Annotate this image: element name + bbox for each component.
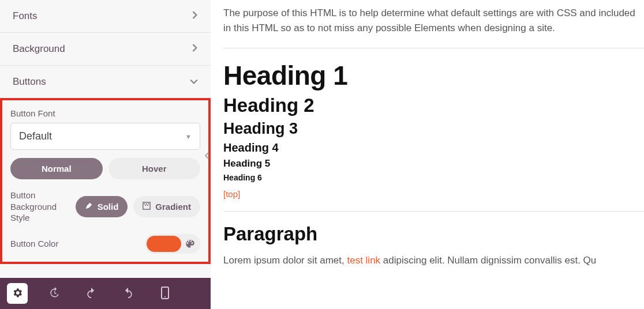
caret-down-icon: ▼ xyxy=(185,133,192,140)
bottom-bar xyxy=(0,278,211,309)
collapse-handle[interactable] xyxy=(203,148,211,164)
undo-icon xyxy=(85,287,97,300)
history-button[interactable] xyxy=(44,283,65,304)
divider xyxy=(223,211,644,212)
top-link[interactable]: [top] xyxy=(223,189,240,199)
preview-pane: The purpose of this HTML is to help dete… xyxy=(211,0,644,309)
bg-style-group: Solid Gradient xyxy=(76,196,200,217)
chevron-right-icon xyxy=(192,44,198,54)
test-link[interactable]: test link xyxy=(347,255,380,266)
svg-rect-1 xyxy=(144,203,145,204)
color-swatch[interactable] xyxy=(147,236,181,252)
accordion-header-fonts[interactable]: Fonts xyxy=(0,0,211,32)
svg-rect-3 xyxy=(148,203,149,204)
bg-style-row: Button Background Style Solid xyxy=(10,190,200,224)
accordion-item-fonts[interactable]: Fonts xyxy=(0,0,211,33)
chevron-right-icon xyxy=(192,11,198,21)
history-icon xyxy=(48,287,60,300)
bg-style-solid[interactable]: Solid xyxy=(76,196,128,217)
bg-style-gradient[interactable]: Gradient xyxy=(133,196,200,217)
pencil-icon xyxy=(85,202,93,212)
tab-hover[interactable]: Hover xyxy=(108,158,201,179)
heading-3: Heading 3 xyxy=(223,120,644,138)
paragraph-body: Lorem ipsum dolor sit amet, test link ad… xyxy=(223,253,644,268)
heading-2: Heading 2 xyxy=(223,95,644,116)
tab-normal[interactable]: Normal xyxy=(10,158,103,179)
button-font-select-input[interactable]: Default ▼ xyxy=(10,123,200,150)
accordion-label: Background xyxy=(13,43,65,55)
accordion-item-buttons: Buttons Button Font Default ▼ Normal Hov… xyxy=(0,66,211,264)
accordion-label: Buttons xyxy=(13,76,46,88)
divider xyxy=(223,48,644,48)
chevron-down-icon xyxy=(190,77,198,87)
palette-icon[interactable] xyxy=(181,236,199,252)
accordion-header-background[interactable]: Background xyxy=(0,33,211,65)
bg-style-solid-label: Solid xyxy=(98,202,119,212)
heading-5: Heading 5 xyxy=(223,158,644,169)
redo-button[interactable] xyxy=(118,283,138,304)
paragraph-suffix: adipiscing elit. Nullam dignissim conval… xyxy=(380,255,596,266)
heading-6: Heading 6 xyxy=(223,173,644,182)
svg-rect-4 xyxy=(145,205,147,206)
sidebar-scroll: Fonts Background Buttons xyxy=(0,0,211,278)
accordion-item-background[interactable]: Background xyxy=(0,33,211,66)
svg-rect-2 xyxy=(146,203,147,204)
gear-icon xyxy=(12,287,23,300)
heading-1: Heading 1 xyxy=(223,60,644,91)
state-tabs: Normal Hover xyxy=(10,158,200,179)
button-color-row: Button Color xyxy=(10,234,200,254)
paragraph-prefix: Lorem ipsum dolor sit amet, xyxy=(223,255,347,266)
accordion-header-buttons[interactable]: Buttons xyxy=(0,66,211,98)
settings-button[interactable] xyxy=(7,283,28,304)
undo-button[interactable] xyxy=(81,283,102,304)
button-font-label: Button Font xyxy=(10,108,200,118)
bg-style-label: Button Background Style xyxy=(10,190,68,224)
gradient-icon xyxy=(143,202,151,212)
heading-4: Heading 4 xyxy=(223,141,644,154)
buttons-panel-highlight: Button Font Default ▼ Normal Hover Butto… xyxy=(0,98,211,264)
accordion-label: Fonts xyxy=(13,10,38,22)
paragraph-heading: Paragraph xyxy=(223,223,644,245)
button-font-value: Default xyxy=(19,130,52,142)
responsive-button[interactable] xyxy=(155,283,175,304)
bg-style-gradient-label: Gradient xyxy=(155,202,191,212)
intro-text: The purpose of this HTML is to help dete… xyxy=(223,6,644,36)
button-font-select[interactable]: Default ▼ xyxy=(10,123,200,150)
button-color-control[interactable] xyxy=(145,234,200,254)
mobile-icon xyxy=(160,287,170,301)
svg-rect-5 xyxy=(147,205,148,206)
sidebar: Fonts Background Buttons xyxy=(0,0,211,309)
svg-point-7 xyxy=(164,296,166,297)
button-color-label: Button Color xyxy=(10,238,58,250)
redo-icon xyxy=(122,287,134,300)
